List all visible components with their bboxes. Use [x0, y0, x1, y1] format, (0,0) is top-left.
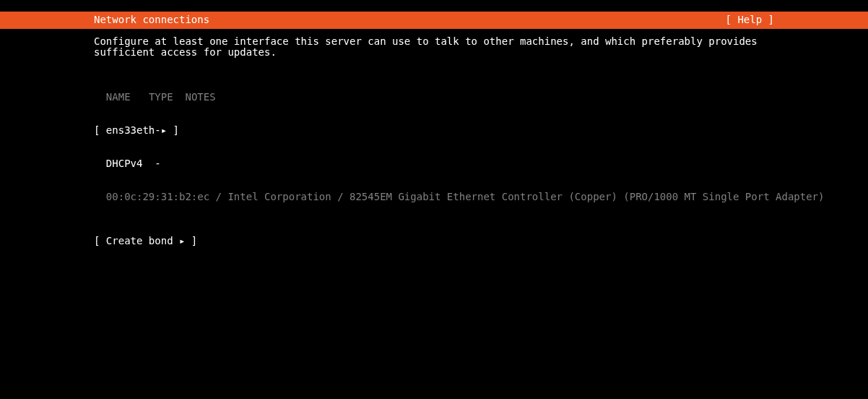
- col-type: TYPE: [149, 91, 173, 103]
- content-area: Configure at least one interface this se…: [0, 29, 868, 247]
- dhcp-label: DHCPv4: [106, 158, 143, 169]
- col-notes: NOTES: [185, 91, 215, 103]
- mac-details: 00:0c:29:31:b2:ec / Intel Corporation / …: [106, 191, 825, 202]
- chevron-right-icon: ▸: [161, 125, 167, 136]
- header-bar: Network connections [ Help ]: [0, 12, 868, 29]
- interface-type: eth: [136, 125, 155, 136]
- description-text: Configure at least one interface this se…: [94, 36, 773, 59]
- col-name: NAME: [106, 91, 131, 103]
- dhcp-value: -: [155, 158, 160, 169]
- table-header-row: NAME TYPE NOTES: [94, 92, 774, 103]
- dhcp-row: DHCPv4 -: [94, 158, 774, 169]
- create-bond-button[interactable]: [ Create bond ▸ ]: [94, 236, 774, 246]
- interface-name: ens33: [106, 125, 136, 136]
- interface-notes: -: [155, 125, 160, 136]
- hardware-info: 00:0c:29:31:b2:ec / Intel Corporation / …: [94, 192, 774, 202]
- interface-row[interactable]: [ ens33 eth - ▸ ]: [94, 125, 774, 136]
- bracket-close: ]: [167, 125, 179, 136]
- interface-table: NAME TYPE NOTES [ ens33 eth - ▸ ] DHCPv4…: [94, 69, 774, 225]
- header-inner: Network connections [ Help ]: [0, 14, 868, 25]
- bracket-open: [: [94, 125, 106, 136]
- help-button[interactable]: [ Help ]: [726, 14, 774, 25]
- page-title: Network connections: [94, 14, 209, 25]
- top-bar: [0, 0, 868, 12]
